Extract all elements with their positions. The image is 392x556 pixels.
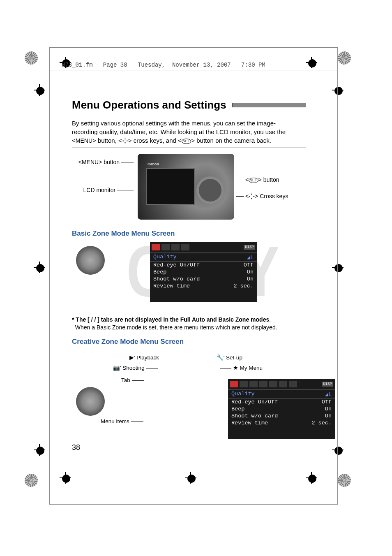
camera-illustration: Canon (138, 154, 234, 220)
mode-dial-icon (76, 387, 105, 416)
menu-row: Red-eye On/OffOff (228, 398, 335, 405)
intro-paragraph: By setting various optional settings wit… (72, 119, 306, 145)
star-icon: ★ (233, 365, 238, 371)
callout-set-pre: < (245, 176, 249, 183)
callout-menu-button: <MENU> button (68, 159, 134, 165)
intro-line2: recording quality, date/time, etc. While… (72, 128, 286, 135)
svg-marker-2 (122, 140, 124, 141)
menu-value: On (247, 269, 254, 275)
menu-row: Red-eye On/OffOff (150, 262, 257, 269)
menu-value: On (247, 276, 254, 282)
menu-value: Off (244, 262, 254, 268)
anno-menu-items-text: Menu items (101, 418, 129, 424)
tab-shooting-icon (230, 381, 238, 387)
menu-label: Shoot w/o card (231, 413, 325, 419)
intro-rule (72, 148, 306, 148)
menu-label: Review time (231, 420, 311, 426)
intro-line1: By setting various optional settings wit… (72, 120, 276, 127)
creative-zone-title: Creative Zone Mode Menu Screen (72, 338, 306, 346)
header-weekday: Tuesday, (138, 62, 165, 68)
creative-zone-figure: ▶' Playback 🔧' Set-up 📷' Shooting ★ My M… (72, 350, 306, 453)
disp-badge: DISP (322, 382, 333, 387)
header-filename: H73_01.fm (62, 62, 93, 68)
note-line2: When a Basic Zone mode is set, there are… (75, 324, 277, 331)
anno-tab-text: Tab (121, 377, 130, 383)
tab-setup-icon (259, 381, 267, 387)
anno-playback-text: Playback (136, 354, 159, 361)
registration-cross-icon (34, 84, 45, 96)
tab-shooting-icon (152, 244, 160, 250)
header-rule (49, 70, 337, 70)
menu-row: Review time2 sec. (228, 419, 335, 426)
svg-marker-1 (125, 142, 126, 144)
menu-row: BeepOn (150, 269, 257, 276)
anno-setup: 🔧' Set-up (203, 354, 242, 361)
playback-icon: ▶' (129, 354, 135, 361)
menu-row: BeepOn (228, 405, 335, 412)
disp-badge: DISP (244, 245, 255, 250)
header-page: Page 38 (103, 62, 127, 68)
menu-value: ◢L (325, 391, 332, 398)
creative-menu-screen: DISP Quality◢L Red-eye On/OffOff BeepOn … (228, 379, 335, 439)
menu-label: Beep (153, 269, 247, 275)
menu-label: Quality (153, 254, 247, 261)
anno-menu-items: Menu items (101, 418, 143, 424)
menu-value: On (325, 413, 332, 419)
intro-line3-mid1: > button, < (92, 137, 122, 144)
menu-label: Red-eye On/Off (153, 262, 244, 268)
menu-tabbar: DISP (150, 242, 257, 253)
cross-keys-icon (249, 193, 255, 199)
tab-setup3-icon (279, 381, 287, 387)
callout-cross-post: > Cross keys (255, 193, 288, 199)
anno-playback: ▶' Playback (129, 354, 173, 361)
tab-setup2-icon (269, 381, 277, 387)
menu-label: Quality (231, 391, 325, 398)
intro-line3-end: > button on the camera back. (191, 137, 271, 144)
page-header-metadata: H73_01.fm Page 38 Tuesday, November 13, … (62, 62, 265, 68)
anno-mymenu: ★ My Menu (220, 364, 263, 371)
camera-brand: Canon (148, 162, 159, 166)
tab-shooting2-icon (240, 381, 248, 387)
menu-label: Review time (153, 283, 233, 289)
anno-shooting: 📷' Shooting (113, 364, 158, 371)
callout-menu-button-text: <MENU> button (78, 159, 120, 165)
mode-dial-icon (76, 246, 105, 275)
intro-line3-mid2: > cross keys, and < (128, 137, 182, 144)
menu-word: MENU (76, 137, 92, 144)
set-icon: SET (249, 178, 258, 183)
wrench-icon: 🔧' (217, 354, 225, 361)
title-bar (232, 103, 306, 107)
page-number: 38 (72, 443, 80, 452)
basic-menu-screen: DISP Quality◢L Red-eye On/OffOff BeepOn … (150, 242, 257, 302)
menu-tabbar: DISP (228, 379, 335, 390)
tab-setup-icon (171, 244, 180, 250)
svg-marker-6 (249, 196, 250, 197)
anno-mymenu-text: My Menu (240, 365, 263, 371)
callout-lcd-text: LCD monitor (83, 187, 116, 193)
camera-control-ring (196, 176, 224, 204)
svg-marker-0 (125, 138, 126, 139)
menu-row: Shoot w/o cardOn (150, 276, 257, 283)
header-date: November 13, 2007 (172, 62, 231, 68)
menu-row: Quality◢L (228, 390, 335, 398)
menu-row: Review time2 sec. (150, 283, 257, 290)
callout-set-button: <SET> button (236, 176, 279, 183)
anno-setup-text: Set-up (226, 354, 242, 361)
menu-label: Red-eye On/Off (231, 399, 322, 405)
menu-value: ◢L (247, 254, 254, 261)
cross-keys-icon (122, 138, 128, 144)
tab-playback-icon (249, 381, 258, 387)
page-title: Menu Operations and Settings (72, 99, 306, 111)
basic-zone-note: * The [ / / ] tabs are not displayed in … (72, 316, 306, 332)
set-icon: SET (182, 139, 191, 144)
anno-tab: Tab (121, 377, 144, 383)
svg-marker-5 (251, 198, 252, 199)
page-title-text: Menu Operations and Settings (72, 99, 226, 111)
callout-cross-pre: < (245, 193, 249, 199)
menu-value: Off (322, 399, 332, 405)
tab-mymenu-icon (289, 381, 297, 387)
svg-marker-4 (251, 193, 252, 195)
camera-lcd (146, 168, 195, 205)
header-time: 7:30 PM (241, 62, 265, 68)
registration-cross-icon (34, 262, 45, 273)
